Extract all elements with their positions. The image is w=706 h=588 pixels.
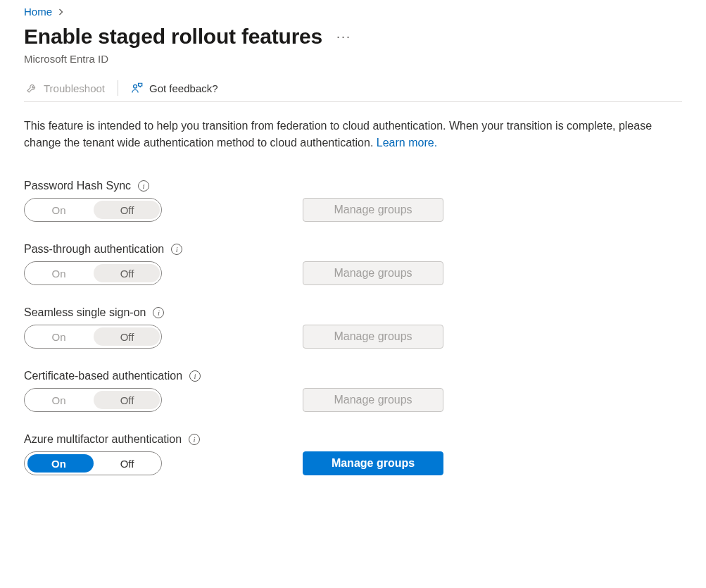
feature-label: Pass-through authentication [24,243,164,256]
page-title: Enable staged rollout features [24,25,322,49]
feature-label: Seamless single sign-on [24,306,146,319]
toggle-on-label: On [25,268,93,280]
breadcrumb-home[interactable]: Home [24,6,52,18]
info-icon[interactable]: i [153,307,164,318]
info-icon[interactable]: i [171,244,182,255]
command-bar: Troubleshoot Got feedback? [24,79,682,97]
toggle-off-label: Off [93,204,161,216]
command-bar-divider [118,80,118,96]
feature-toggle[interactable]: OnOff [24,325,162,349]
info-icon[interactable]: i [189,434,200,445]
feature-row: Certificate-based authenticationiOnOffMa… [24,370,682,412]
breadcrumb: Home [24,6,682,18]
chevron-right-icon [58,6,65,18]
troubleshoot-label: Troubleshoot [44,82,105,94]
toggle-off-label: Off [93,331,161,343]
feature-label: Password Hash Sync [24,180,131,192]
got-feedback-label: Got feedback? [149,82,218,94]
feature-label: Certificate-based authentication [24,370,182,382]
toggle-off-label: Off [93,458,161,470]
feature-toggle[interactable]: OnOff [24,261,162,285]
toggle-on-label: On [25,458,93,470]
manage-groups-button: Manage groups [303,388,443,412]
feature-toggle[interactable]: OnOff [24,388,162,412]
feature-row: Pass-through authenticationiOnOffManage … [24,243,682,285]
feature-row: Azure multifactor authenticationiOnOffMa… [24,433,682,475]
feature-row: Seamless single sign-oniOnOffManage grou… [24,306,682,349]
info-icon[interactable]: i [189,370,201,382]
manage-groups-button: Manage groups [303,198,443,222]
manage-groups-button[interactable]: Manage groups [303,451,443,475]
svg-point-0 [134,85,137,88]
page-subtitle: Microsoft Entra ID [24,53,682,65]
toggle-off-label: Off [93,268,161,280]
info-icon[interactable]: i [138,180,149,192]
command-bar-rule [24,101,682,102]
manage-groups-button: Manage groups [303,261,443,285]
toggle-off-label: Off [93,394,161,406]
intro-text: This feature is intended to help you tra… [24,118,682,151]
got-feedback-button[interactable]: Got feedback? [130,79,220,97]
wrench-icon [25,82,38,94]
troubleshoot-button[interactable]: Troubleshoot [24,79,106,97]
feature-label: Azure multifactor authentication [24,433,182,446]
feature-row: Password Hash SynciOnOffManage groups [24,180,682,222]
learn-more-link[interactable]: Learn more. [377,137,437,149]
feature-toggle[interactable]: OnOff [24,451,162,475]
toggle-on-label: On [25,394,93,406]
toggle-on-label: On [25,204,93,216]
feature-toggle[interactable]: OnOff [24,198,162,222]
toggle-on-label: On [25,331,93,343]
intro-body: This feature is intended to help you tra… [24,120,652,149]
more-actions-button[interactable]: ··· [334,27,354,47]
person-feedback-icon [131,82,144,94]
manage-groups-button: Manage groups [303,325,443,349]
